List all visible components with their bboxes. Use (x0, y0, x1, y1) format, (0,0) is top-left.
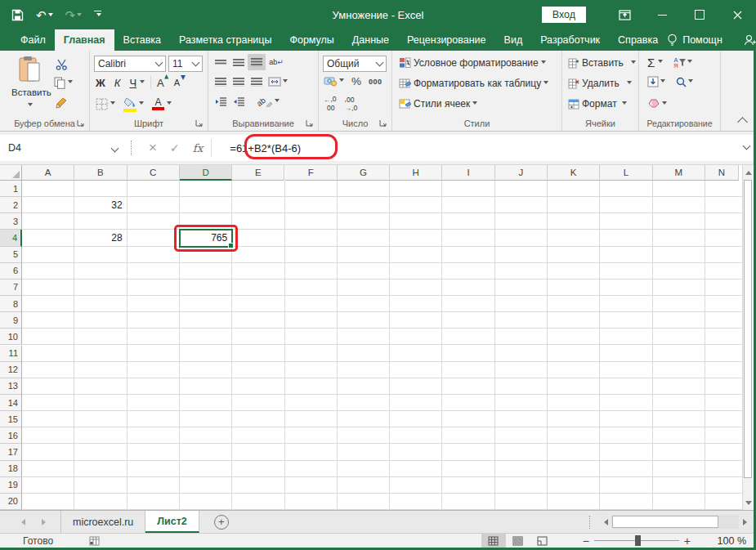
new-sheet-button[interactable]: + (199, 511, 244, 533)
collapse-ribbon-icon[interactable] (737, 117, 748, 127)
vertical-scrollbar[interactable] (742, 165, 753, 510)
tab-справка[interactable]: Справка (609, 29, 667, 51)
minimize-button[interactable] (643, 0, 681, 29)
horizontal-scroll-thumb[interactable] (612, 516, 718, 528)
help-assistant-label[interactable]: Помощн (682, 34, 722, 46)
align-right-button[interactable] (248, 74, 266, 90)
select-all-button[interactable] (0, 165, 22, 181)
increase-decimal-button[interactable]: ←,000 (324, 95, 337, 112)
horizontal-scrollbar[interactable] (599, 515, 751, 529)
undo-dropdown-icon[interactable] (48, 13, 53, 19)
row-header-3[interactable]: 3 (0, 213, 22, 230)
column-header-L[interactable]: L (600, 165, 652, 181)
autosum-button[interactable]: Σ (647, 56, 655, 69)
fill-color-button[interactable] (123, 96, 144, 112)
bold-button[interactable]: Ж (96, 77, 105, 89)
column-header-D[interactable]: D (180, 165, 232, 181)
column-header-A[interactable]: A (22, 165, 74, 181)
zoom-slider-thumb[interactable] (635, 535, 641, 546)
borders-dropdown-icon[interactable] (110, 101, 115, 107)
delete-dropdown-icon[interactable] (627, 81, 632, 87)
insert-cells-button[interactable]: Вставить (568, 57, 636, 69)
clear-button[interactable] (647, 96, 660, 111)
row-header-19[interactable]: 19 (0, 477, 22, 494)
scroll-left-button[interactable] (599, 515, 611, 529)
paste-dropdown-icon[interactable] (28, 103, 33, 109)
column-header-B[interactable]: B (74, 165, 127, 181)
row-header-4[interactable]: 4 (0, 230, 22, 246)
accounting-dropdown-icon[interactable] (339, 78, 344, 84)
insert-function-button[interactable]: fx (193, 141, 204, 154)
format-as-table-button[interactable]: Форматировать как таблицу (399, 78, 548, 89)
sheet-tab-лист2[interactable]: Лист2 (145, 511, 199, 533)
paste-button[interactable]: Вставить (11, 56, 49, 112)
row-header-17[interactable]: 17 (0, 444, 22, 460)
column-header-I[interactable]: I (442, 165, 494, 181)
font-size-select[interactable]: 11 (168, 56, 203, 72)
format-as-table-dropdown-icon[interactable] (544, 81, 548, 87)
fill-dropdown-icon[interactable] (660, 79, 665, 85)
row-header-8[interactable]: 8 (0, 296, 22, 312)
column-header-M[interactable]: M (653, 165, 705, 181)
redo-dropdown-icon[interactable] (77, 13, 82, 19)
accounting-format-button[interactable] (324, 76, 344, 87)
macro-record-icon[interactable] (89, 536, 100, 546)
align-top-button[interactable] (212, 54, 230, 70)
font-color-button[interactable]: А (152, 98, 172, 110)
find-select-button[interactable] (676, 77, 693, 87)
orientation-dropdown-icon[interactable] (275, 99, 280, 105)
row-header-1[interactable]: 1 (0, 181, 22, 197)
cut-button[interactable] (56, 59, 68, 74)
fill-handle[interactable] (228, 243, 234, 248)
scroll-right-button[interactable] (739, 515, 751, 529)
decrease-indent-button[interactable] (212, 93, 230, 110)
percent-style-button[interactable]: % (351, 75, 361, 87)
undo-button[interactable]: ↶ (36, 9, 53, 21)
alignment-dialog-launcher[interactable] (306, 119, 314, 127)
format-dropdown-icon[interactable] (622, 101, 627, 107)
delete-cells-button[interactable]: Удалить (568, 78, 632, 89)
column-header-E[interactable]: E (232, 165, 284, 181)
align-left-button[interactable] (212, 74, 230, 90)
row-header-5[interactable]: 5 (0, 247, 22, 263)
row-header-10[interactable]: 10 (0, 329, 22, 345)
align-bottom-button[interactable] (248, 54, 266, 70)
increase-indent-button[interactable] (230, 93, 248, 110)
tab-file[interactable]: Файл (11, 29, 55, 51)
orientation-button[interactable]: ab (254, 93, 282, 110)
autosum-dropdown-icon[interactable] (658, 60, 663, 65)
tab-данные[interactable]: Данные (343, 29, 398, 51)
copy-button[interactable] (54, 77, 73, 89)
column-header-J[interactable]: J (495, 165, 548, 181)
zoom-in-button[interactable]: + (679, 534, 696, 548)
row-header-13[interactable]: 13 (0, 378, 22, 395)
number-format-select[interactable]: Общий (323, 56, 387, 72)
sort-filter-button[interactable]: АЯ (673, 57, 691, 69)
column-header-N[interactable]: N (705, 165, 739, 181)
tab-вставка[interactable]: Вставка (114, 29, 170, 51)
name-box-dropdown-icon[interactable] (111, 144, 119, 152)
page-layout-view-button[interactable] (506, 534, 530, 548)
row-header-6[interactable]: 6 (0, 263, 22, 279)
shrink-font-button[interactable]: А (174, 78, 180, 87)
tab-разметка-страницы[interactable]: Разметка страницы (170, 29, 280, 51)
close-button[interactable] (718, 0, 756, 29)
comma-style-button[interactable]: 000 (369, 78, 382, 86)
customize-quick-access-button[interactable] (94, 11, 101, 19)
column-header-K[interactable]: K (548, 165, 600, 181)
column-header-C[interactable]: C (127, 165, 180, 181)
cell-styles-dropdown-icon[interactable] (472, 101, 477, 107)
underline-dropdown-icon[interactable] (140, 80, 145, 86)
find-dropdown-icon[interactable] (688, 79, 693, 85)
page-break-preview-button[interactable] (530, 534, 555, 548)
row-header-20[interactable]: 20 (0, 494, 22, 510)
grow-font-button[interactable]: А (157, 77, 164, 89)
column-header-F[interactable]: F (285, 165, 338, 181)
horizontal-scroll-track[interactable] (611, 515, 739, 529)
underline-button[interactable]: Ч (129, 77, 136, 89)
scroll-up-button[interactable] (743, 165, 754, 179)
sign-in-button[interactable]: Вход (542, 7, 586, 23)
cell-B4[interactable]: 28 (74, 230, 122, 246)
tabbar-splitter[interactable] (589, 516, 593, 529)
row-header-9[interactable]: 9 (0, 312, 22, 329)
